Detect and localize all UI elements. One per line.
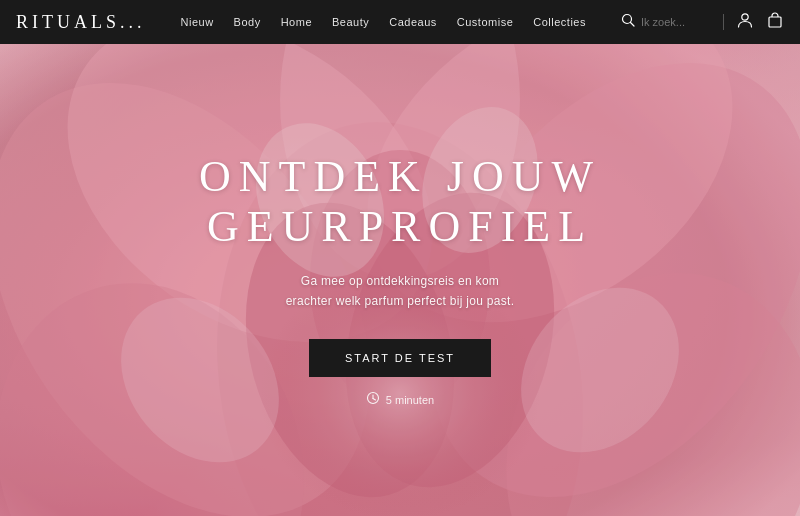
search-input[interactable] <box>641 16 711 28</box>
nav-link-body[interactable]: Body <box>234 16 261 28</box>
hero-subtitle-line2: erachter welk parfum perfect bij jou pas… <box>286 294 515 308</box>
hero-title-line2: GEURPROFIEL <box>207 202 593 251</box>
nav-link-nieuw[interactable]: Nieuw <box>181 16 214 28</box>
navbar: RITUALS... Nieuw Body Home Beauty Cadeau… <box>0 0 800 44</box>
nav-links: Nieuw Body Home Beauty Cadeaus Customise… <box>146 16 622 28</box>
svg-line-22 <box>373 399 376 401</box>
svg-line-17 <box>631 23 635 27</box>
start-test-button[interactable]: START DE TEST <box>309 339 491 377</box>
svg-rect-19 <box>769 17 781 27</box>
hero-subtitle: Ga mee op ontdekkingsreis en kom erachte… <box>286 271 515 312</box>
nav-link-collecties[interactable]: Collecties <box>533 16 586 28</box>
timer-label: 5 minuten <box>386 394 434 406</box>
user-icon[interactable] <box>736 11 754 33</box>
hero-title: ONTDEK JOUW GEURPROFIEL <box>199 152 601 253</box>
hero-content: ONTDEK JOUW GEURPROFIEL Ga mee op ontdek… <box>0 0 800 516</box>
clock-icon <box>366 391 380 408</box>
nav-right <box>621 11 784 33</box>
search-container <box>621 13 711 31</box>
nav-link-cadeaus[interactable]: Cadeaus <box>389 16 437 28</box>
nav-divider <box>723 14 724 30</box>
hero-title-line1: ONTDEK JOUW <box>199 152 601 201</box>
svg-point-18 <box>742 14 748 20</box>
hero-subtitle-line1: Ga mee op ontdekkingsreis en kom <box>301 274 499 288</box>
nav-link-beauty[interactable]: Beauty <box>332 16 369 28</box>
nav-link-customise[interactable]: Customise <box>457 16 513 28</box>
search-icon <box>621 13 635 31</box>
hero-timer: 5 minuten <box>366 391 434 408</box>
cart-icon[interactable] <box>766 11 784 33</box>
nav-link-home[interactable]: Home <box>281 16 312 28</box>
brand-logo: RITUALS... <box>16 12 146 33</box>
